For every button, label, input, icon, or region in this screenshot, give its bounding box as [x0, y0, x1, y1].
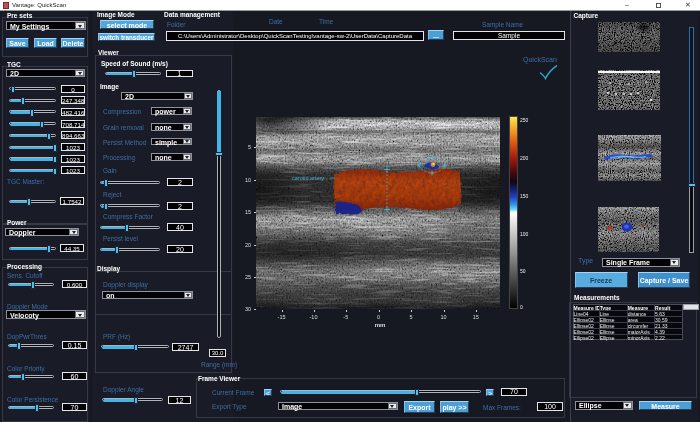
- svg-text:carotid artery: carotid artery: [292, 175, 324, 181]
